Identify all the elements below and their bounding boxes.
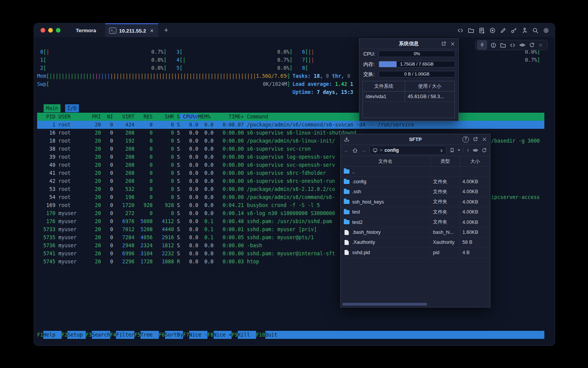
refresh-icon[interactable] (482, 148, 487, 153)
edit-icon[interactable] (500, 27, 506, 34)
fkey-label-nice[interactable]: Nice - (189, 331, 207, 339)
log-icon[interactable] (479, 27, 485, 34)
new-tab-button[interactable]: + (161, 25, 171, 35)
upload-icon[interactable]: ↑ (467, 147, 469, 153)
close-icon[interactable] (450, 41, 455, 46)
fkey-label-nice[interactable]: Nice + (214, 331, 232, 339)
cpu-meter-3: 3[0.0%] (176, 48, 292, 56)
htop-tab-main[interactable]: Main (44, 104, 60, 112)
eye-icon[interactable] (472, 147, 479, 153)
file-col-1[interactable]: 类型 (431, 156, 460, 166)
open-in-window-icon[interactable] (473, 136, 478, 142)
close-icon[interactable] (482, 137, 487, 142)
file-row[interactable]: ssh_host_keys文件夹4.00KB (341, 197, 490, 207)
fkey-label-setup[interactable]: Setup (67, 331, 86, 339)
help-icon[interactable]: ? (462, 136, 469, 143)
file-row[interactable]: .. (341, 167, 490, 177)
folder-icon (344, 169, 350, 174)
process-table-header[interactable]: PID USER PRI NI VIRT RES SHR S CPU%▽MEM%… (37, 113, 544, 121)
process-row[interactable]: 1 root 20 0 424 0 0 S 0.0 0.0 0:00.07 /p… (37, 121, 544, 129)
key-icon[interactable] (511, 27, 517, 34)
open-in-window-icon[interactable] (441, 41, 446, 46)
fkey-f1[interactable]: F1 (37, 331, 43, 339)
refresh-icon[interactable] (529, 42, 535, 48)
folder-icon[interactable] (468, 27, 474, 34)
fs-col-usage: 使用 / 大小 (405, 81, 454, 91)
info-icon[interactable] (490, 42, 497, 48)
folder-icon (344, 220, 350, 224)
file-table-header[interactable]: 文件名类型大小 (341, 156, 490, 167)
system-info-panel: 系统信息 CPU: 0% 内存: 1.75GB / 7.65GB 交换: 0 B… (359, 38, 459, 121)
horizontal-scrollbar[interactable] (342, 303, 427, 306)
file-row[interactable]: sshd.pidpid4 B (341, 248, 490, 258)
sftp-window: SFTP ? ← → > config ∨ ↑ 文件名类型大小 (340, 134, 490, 307)
download-icon[interactable] (344, 136, 350, 142)
tab-home-label: Termora (76, 28, 96, 33)
swap-label: 交换: (363, 71, 375, 78)
back-arrow-icon[interactable]: ← (344, 147, 349, 153)
fkey-label-kill[interactable]: Kill (238, 331, 256, 339)
fkey-f6[interactable]: F6 (159, 331, 165, 339)
fs-col-name: 文件系统 (363, 81, 405, 91)
file-row[interactable]: test2文件夹4.00KB (341, 217, 490, 227)
htop-function-bar: F1Help F2Setup F3SearchF4FilterF5Tree F6… (37, 331, 544, 339)
tab-termora-home[interactable]: Termora (69, 23, 100, 37)
record-icon[interactable] (489, 27, 496, 34)
fkey-label-quit[interactable]: Quit (265, 331, 544, 339)
fkey-label-help[interactable]: Help (43, 331, 62, 339)
computer-icon (372, 148, 378, 153)
cpu-progress-bar: 0% (379, 51, 455, 57)
filesystem-row[interactable]: /dev/vda145.61GB / 58.3... (363, 92, 454, 102)
settings-icon[interactable] (543, 27, 549, 34)
search-icon[interactable] (532, 27, 539, 34)
htop-tab-io[interactable]: I/O (65, 104, 79, 112)
fkey-f2[interactable]: F2 (62, 331, 68, 339)
file-row[interactable]: test文件夹4.00KB (341, 207, 490, 217)
pin-icon[interactable] (477, 41, 487, 49)
swap-progress-bar: 0 B / 1.00GB (379, 71, 455, 77)
file-col-0[interactable]: 文件名 (341, 156, 431, 166)
fkey-label-tree[interactable]: Tree (140, 331, 159, 339)
fkey-f3[interactable]: F3 (86, 331, 92, 339)
tab-session-active[interactable]: >_ 10.211.55.2 × (105, 23, 158, 37)
file-row[interactable]: .XauthorityXauthority58 B (341, 238, 490, 248)
fkey-f7[interactable]: F7 (183, 331, 189, 339)
file-table-body: ...config文件夹4.00KB.ssh文件夹4.00KBssh_host_… (341, 167, 490, 258)
bookmark-dropdown-icon[interactable] (458, 150, 460, 151)
cpu-meter-1: 1[0.0%] (37, 56, 167, 64)
home-icon[interactable] (352, 148, 358, 153)
sftp-toolbar: ← → > config ∨ ↑ (341, 145, 490, 156)
fkey-f4[interactable]: F4 (110, 331, 116, 339)
gpu-icon[interactable] (519, 42, 526, 48)
fkey-label-filter[interactable]: Filter (116, 331, 134, 339)
close-icon[interactable] (538, 43, 543, 48)
command-tail-fragment: /basedir -g 3000 (491, 137, 540, 145)
zoom-window-button[interactable] (56, 28, 60, 33)
fkey-f8[interactable]: F8 (207, 331, 214, 339)
path-breadcrumb[interactable]: > config ∨ (369, 146, 446, 155)
file-icon (345, 250, 349, 255)
fkey-f5[interactable]: F5 (134, 331, 140, 339)
keychain-icon[interactable] (521, 27, 528, 34)
terminal-icon: >_ (109, 28, 116, 34)
fkey-label-search[interactable]: Search (92, 331, 110, 339)
file-col-2[interactable]: 大小 (460, 156, 490, 166)
fkey-f9[interactable]: F9 (232, 331, 238, 339)
load-average-line: Load average: 1.42 1 (292, 80, 353, 88)
file-row[interactable]: .ssh文件夹4.00KB (341, 187, 490, 197)
tab-close-icon[interactable]: × (150, 28, 154, 34)
folder-icon[interactable] (500, 42, 506, 48)
minimize-window-button[interactable] (48, 28, 53, 33)
folder-icon (344, 210, 350, 214)
file-row[interactable]: .bash_historybash_hi...1.60KB (341, 227, 490, 237)
fkey-label-sortby[interactable]: SortBy (165, 331, 183, 339)
code-icon[interactable] (457, 27, 464, 34)
close-window-button[interactable] (41, 28, 45, 33)
chevron-down-icon[interactable]: ∨ (440, 148, 443, 153)
fkey-f10[interactable]: F10 (256, 331, 265, 339)
bookmark-icon[interactable] (449, 148, 455, 153)
forward-arrow-icon[interactable]: → (361, 147, 366, 153)
code-icon[interactable] (510, 42, 516, 48)
file-row[interactable]: .config文件夹4.00KB (341, 177, 490, 187)
cpu-meter-0: 0[|0.7%] (37, 48, 167, 56)
